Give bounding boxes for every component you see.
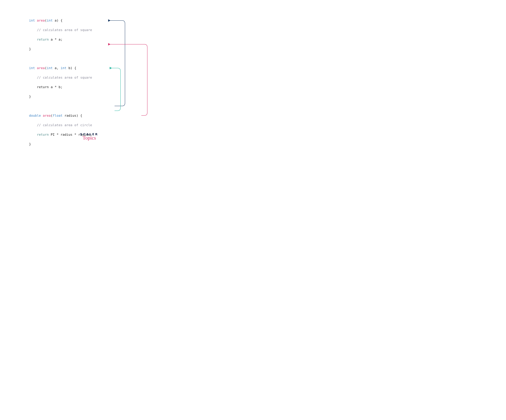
- func1-return: return a * a;: [29, 37, 122, 42]
- diagram-canvas: int area(int a) { // calculates area of …: [0, 0, 179, 148]
- func3-sig: double area(float radius) {: [29, 113, 122, 118]
- logo-line2: Topics: [0, 135, 179, 141]
- func3-comment: // calculates area of circle: [29, 123, 122, 128]
- code-block: int area(int a) { // calculates area of …: [29, 13, 122, 148]
- func2-sig: int area(int a, int b) {: [29, 66, 122, 71]
- func1-sig: int area(int a) {: [29, 18, 122, 23]
- func2-return: return a * b;: [29, 85, 122, 90]
- func1-comment: // calculates area of square: [29, 28, 122, 32]
- scaler-logo: SCALER Topics: [0, 132, 179, 141]
- func2-comment: // calculates area of square: [29, 75, 122, 80]
